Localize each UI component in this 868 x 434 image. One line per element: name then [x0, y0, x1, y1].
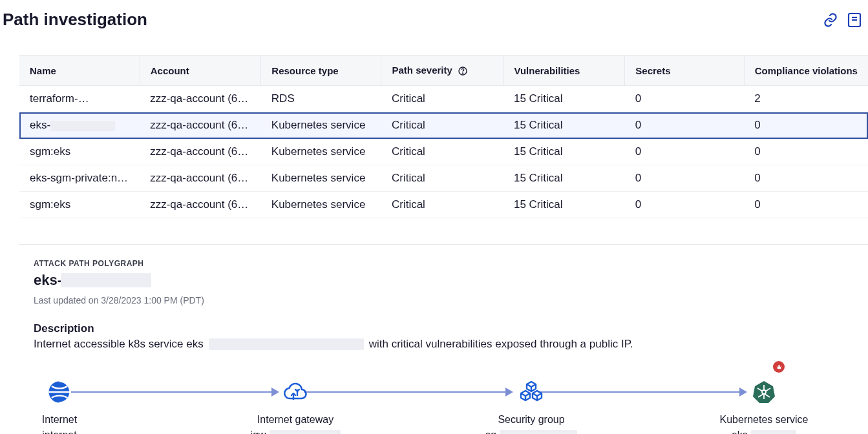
cell-compliance: 0: [744, 112, 868, 139]
cell-compliance: 0: [744, 139, 868, 165]
cell-account: zzz-qa-account (63…: [140, 112, 261, 139]
header-actions: [823, 12, 865, 28]
redacted-block: [270, 430, 341, 434]
node-sub-label: igw-: [250, 429, 340, 434]
cell-vulnerabilities: 15 Critical: [503, 165, 625, 192]
svg-line-10: [780, 366, 781, 367]
cell-name: sgm:eks: [19, 139, 140, 165]
graph-node-internet-gateway[interactable]: Internet gateway igw-: [247, 379, 344, 434]
description-heading: Description: [34, 322, 854, 335]
help-icon[interactable]: [458, 66, 468, 76]
page-header: Path investigation: [0, 0, 868, 39]
table-row[interactable]: sgm:ekszzz-qa-account (63…Kubernetes ser…: [19, 139, 868, 165]
cell-account: zzz-qa-account (63…: [140, 139, 261, 165]
svg-point-4: [462, 73, 463, 74]
attack-path-graph: Internet internet Internet gateway igw-: [34, 379, 854, 434]
cloud-gateway-icon: [282, 379, 308, 405]
redacted-block: [209, 338, 364, 350]
cell-resource-type: Kubernetes service: [261, 139, 381, 165]
redacted-block: [50, 121, 115, 131]
col-compliance[interactable]: Compliance violations: [744, 56, 868, 86]
cell-severity: Critical: [381, 86, 503, 112]
results-table: Name Account Resource type Path severity…: [19, 56, 868, 218]
description-pre: Internet accessible k8s service eks: [34, 338, 204, 351]
arrow-line: [71, 391, 271, 393]
redacted-block: [61, 273, 151, 287]
panel-section-label: ATTACK PATH POLYGRAPH: [34, 259, 854, 268]
export-icon[interactable]: [847, 12, 862, 28]
cell-resource-type: RDS: [261, 86, 381, 112]
graph-node-internet[interactable]: Internet internet: [34, 379, 85, 434]
table-row[interactable]: eks-zzz-qa-account (63…Kubernetes servic…: [19, 112, 868, 139]
cell-compliance: 0: [744, 192, 868, 218]
results-table-wrap: Name Account Resource type Path severity…: [19, 55, 868, 218]
bug-badge-icon: [773, 361, 785, 373]
node-sub-label: eks-: [732, 429, 796, 434]
cell-secrets: 0: [625, 192, 744, 218]
table-row[interactable]: sgm:ekszzz-qa-account (63…Kubernetes ser…: [19, 192, 868, 218]
col-vulnerabilities[interactable]: Vulnerabilities: [503, 56, 625, 86]
node-type-label: Security group: [498, 414, 564, 426]
cell-name: terraform-: [19, 86, 140, 112]
cell-compliance: 2: [744, 86, 868, 112]
col-secrets[interactable]: Secrets: [625, 56, 744, 86]
col-account[interactable]: Account: [140, 56, 261, 86]
cell-severity: Critical: [381, 112, 503, 139]
col-resource-type[interactable]: Resource type: [261, 56, 381, 86]
cell-account: zzz-qa-account (63…: [140, 86, 261, 112]
node-sub-label: internet: [42, 429, 76, 434]
cell-resource-type: Kubernetes service: [261, 192, 381, 218]
cell-name: eks-: [19, 112, 140, 139]
graph-node-security-group[interactable]: Security group sg-: [483, 379, 580, 434]
table-row[interactable]: eks-sgm-private:ngi…zzz-qa-account (63…K…: [19, 165, 868, 192]
attack-path-panel: ATTACK PATH POLYGRAPH eks- Last updated …: [19, 244, 868, 434]
cell-vulnerabilities: 15 Critical: [503, 86, 625, 112]
table-header-row: Name Account Resource type Path severity…: [19, 56, 868, 86]
col-name[interactable]: Name: [19, 56, 140, 86]
col-path-severity-label: Path severity: [392, 65, 452, 76]
panel-title: eks-: [34, 272, 854, 289]
kubernetes-icon: [751, 379, 777, 405]
cell-secrets: 0: [625, 139, 744, 165]
description-post: with critical vulnerabilities exposed th…: [369, 338, 633, 351]
node-type-label: Kubernetes service: [720, 414, 809, 426]
description-text: Internet accessible k8s service eks with…: [34, 338, 854, 351]
panel-title-prefix: eks-: [34, 272, 62, 289]
cell-severity: Critical: [381, 192, 503, 218]
node-type-label: Internet gateway: [257, 414, 333, 426]
cell-resource-type: Kubernetes service: [261, 112, 381, 139]
cubes-icon: [518, 379, 544, 405]
link-icon[interactable]: [823, 12, 838, 28]
cell-account: zzz-qa-account (63…: [140, 165, 261, 192]
cell-vulnerabilities: 15 Critical: [503, 192, 625, 218]
col-path-severity[interactable]: Path severity: [381, 56, 503, 86]
cell-secrets: 0: [625, 112, 744, 139]
cell-vulnerabilities: 15 Critical: [503, 112, 625, 139]
cell-secrets: 0: [625, 86, 744, 112]
cell-severity: Critical: [381, 139, 503, 165]
graph-node-kubernetes-service[interactable]: Kubernetes service eks- node-: [709, 379, 819, 434]
last-updated: Last updated on 3/28/2023 1:00 PM (PDT): [34, 295, 854, 305]
cell-name: sgm:eks: [19, 192, 140, 218]
cell-resource-type: Kubernetes service: [261, 165, 381, 192]
node-type-label: Internet: [42, 414, 77, 426]
page-title: Path investigation: [3, 10, 147, 30]
cell-severity: Critical: [381, 165, 503, 192]
cell-name: eks-sgm-private:ngi…: [19, 165, 140, 192]
cell-account: zzz-qa-account (63…: [140, 192, 261, 218]
table-row[interactable]: terraform-zzz-qa-account (63…RDSCritical…: [19, 86, 868, 112]
cell-vulnerabilities: 15 Critical: [503, 139, 625, 165]
redacted-block: [751, 430, 796, 434]
node-sub-label: sg-: [485, 429, 577, 434]
redacted-block: [500, 430, 577, 434]
globe-icon: [47, 379, 72, 405]
svg-marker-11: [753, 381, 775, 403]
cell-compliance: 0: [744, 165, 868, 192]
svg-line-9: [776, 366, 778, 367]
cell-secrets: 0: [625, 165, 744, 192]
